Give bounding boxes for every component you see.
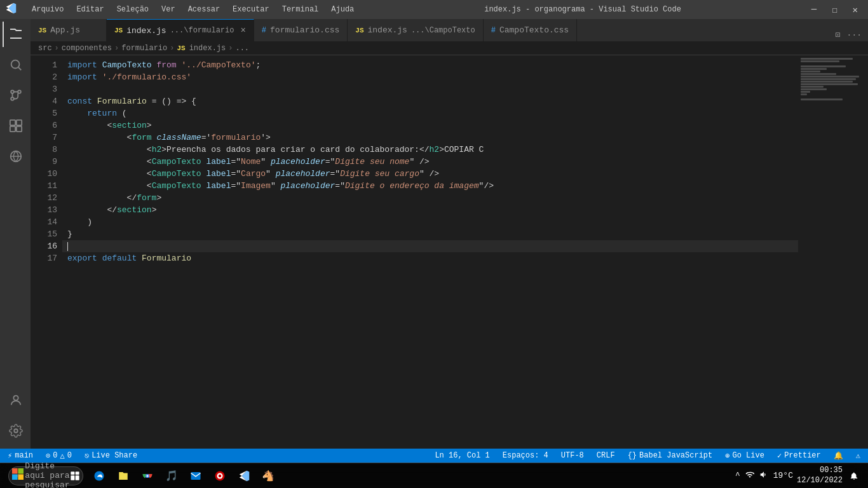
tab-label-app-js: App.js: [50, 25, 80, 35]
svg-point-24: [219, 474, 222, 477]
menu-editar[interactable]: Editar: [71, 4, 109, 15]
tab-label-formulario-css: formulario.css: [270, 25, 339, 35]
tab-bar: JS App.js JS index.js ...\formulario × #…: [31, 19, 868, 41]
tray-expand[interactable]: ^: [734, 470, 742, 482]
code-line-6: <section>: [62, 119, 798, 132]
tab-campotexto-css[interactable]: # CampoTexto.css: [484, 19, 577, 41]
taskbar-task-view[interactable]: [64, 464, 86, 487]
tab-app-js[interactable]: JS App.js: [31, 19, 107, 41]
line-num-7: 7: [31, 132, 57, 144]
taskbar-chrome[interactable]: [136, 464, 159, 487]
breadcrumb-formulario[interactable]: formulario: [121, 44, 167, 53]
activity-bar: [0, 19, 31, 449]
breadcrumb-componentes[interactable]: componentes: [62, 44, 112, 53]
code-line-8: <h2>Preencha os dados para criar o card …: [62, 144, 798, 156]
status-spaces[interactable]: Espaços: 4: [500, 451, 551, 461]
line-num-12: 12: [31, 192, 57, 204]
taskbar-file-explorer[interactable]: [112, 464, 135, 487]
code-content[interactable]: import CampoTexto from '../CampoTexto'; …: [62, 55, 798, 449]
tab-icon-index-js2: JS: [355, 27, 363, 34]
menu-selecao[interactable]: Seleção: [112, 4, 154, 15]
mini-line-15: [801, 93, 807, 95]
close-button[interactable]: ✕: [848, 3, 863, 17]
status-encoding[interactable]: UTF-8: [559, 451, 587, 461]
tab-formulario-css[interactable]: # formulario.css: [254, 19, 348, 41]
line-num-3: 3: [31, 83, 57, 95]
status-line-ending[interactable]: CRLF: [594, 451, 618, 461]
status-cursor-pos[interactable]: Ln 16, Col 1: [432, 451, 492, 461]
line-num-2: 2: [31, 71, 57, 83]
more-actions-button[interactable]: ···: [846, 29, 863, 41]
activity-settings[interactable]: [3, 418, 28, 444]
notification-button[interactable]: [845, 467, 863, 485]
taskbar-spotify[interactable]: 🎵: [160, 464, 183, 487]
status-branch[interactable]: ⚡ main: [5, 451, 36, 461]
main-layout: JS App.js JS index.js ...\formulario × #…: [0, 19, 868, 449]
activity-source-control[interactable]: [3, 83, 28, 108]
svg-rect-17: [76, 475, 79, 480]
line-num-4: 4: [31, 95, 57, 107]
line-num-1: 1: [31, 59, 57, 71]
svg-point-0: [11, 60, 20, 69]
code-line-12: </form>: [62, 192, 798, 204]
mini-line-7: [801, 73, 836, 75]
svg-rect-7: [10, 126, 15, 132]
status-prettier[interactable]: ✓ Prettier: [775, 451, 824, 461]
breadcrumb-src[interactable]: src: [38, 44, 52, 53]
line-num-17: 17: [31, 252, 57, 264]
breadcrumb-dots[interactable]: ...: [235, 44, 249, 53]
tray-temp[interactable]: 19°C: [772, 470, 794, 482]
tray-network[interactable]: [744, 469, 756, 483]
status-errors[interactable]: ⊙ 0 △ 0: [43, 451, 74, 461]
taskbar-vscode[interactable]: [233, 464, 255, 487]
taskbar-chrome2[interactable]: [208, 464, 231, 487]
line-num-8: 8: [31, 144, 57, 156]
activity-explorer[interactable]: [3, 22, 28, 47]
menu-ver[interactable]: Ver: [156, 4, 180, 15]
split-editor-button[interactable]: ⊡: [834, 29, 842, 41]
minimize-button[interactable]: ─: [806, 3, 822, 17]
status-live-share[interactable]: ⎋ Live Share: [82, 451, 140, 461]
prettier-label: Prettier: [784, 451, 821, 460]
spaces-label: Espaços: 4: [503, 451, 548, 460]
menu-arquivo[interactable]: Arquivo: [27, 4, 69, 15]
line-num-5: 5: [31, 107, 57, 119]
line-num-10: 10: [31, 168, 57, 180]
svg-point-2: [11, 97, 14, 100]
tab-close-index-js[interactable]: ×: [240, 25, 245, 36]
system-tray: ^ 19°C: [734, 469, 794, 483]
code-line-17: export default Formulario: [62, 252, 798, 264]
maximize-button[interactable]: ☐: [827, 3, 842, 17]
menu-ajuda[interactable]: Ajuda: [326, 4, 359, 15]
code-line-7: <form className='formulario'>: [62, 132, 798, 144]
breadcrumb-index-js[interactable]: index.js: [189, 44, 226, 53]
svg-point-12: [17, 475, 19, 477]
taskbar-mail[interactable]: [184, 464, 207, 487]
search-button[interactable]: Digite aqui para pesquisar: [33, 464, 58, 487]
status-branch-label: main: [15, 451, 33, 460]
code-line-16: [62, 240, 798, 252]
code-line-15: }: [62, 228, 798, 240]
activity-extensions[interactable]: [3, 113, 28, 139]
menu-executar[interactable]: Executar: [227, 4, 275, 15]
status-go-live[interactable]: ⊕ Go Live: [722, 451, 767, 461]
clock[interactable]: 00:35 12/10/2022: [797, 466, 843, 485]
status-warning[interactable]: ⚠: [853, 451, 863, 461]
breadcrumb-sep2: ›: [114, 44, 119, 53]
svg-point-3: [18, 90, 21, 93]
svg-line-1: [18, 67, 21, 70]
activity-search[interactable]: [3, 52, 28, 78]
status-language[interactable]: {} Babel JavaScript: [625, 451, 715, 461]
taskbar-paint[interactable]: 🐴: [257, 464, 280, 487]
menu-terminal[interactable]: Terminal: [277, 4, 324, 15]
code-editor[interactable]: 1 2 3 4 5 6 7 8 9 10 11 12 13 14 15 16 1…: [31, 55, 868, 449]
taskbar-edge[interactable]: [88, 464, 111, 487]
tab-icon-campotexto-css: #: [491, 26, 496, 35]
activity-account[interactable]: [3, 388, 28, 413]
status-notification[interactable]: 🔔: [831, 451, 846, 461]
menu-acessar[interactable]: Acessar: [183, 4, 225, 15]
tray-volume[interactable]: [758, 469, 770, 483]
activity-remote[interactable]: [3, 144, 28, 169]
tab-index-js-campotexto[interactable]: JS index.js ...\CampoTexto: [348, 19, 483, 41]
tab-index-js-formulario[interactable]: JS index.js ...\formulario ×: [107, 19, 254, 41]
